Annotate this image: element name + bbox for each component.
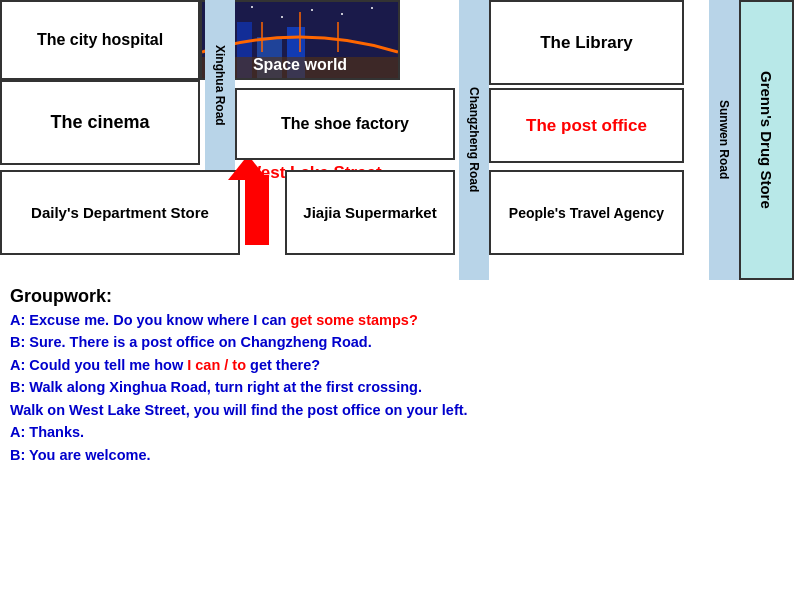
svg-point-4 bbox=[311, 9, 313, 11]
shoe-factory-label: The shoe factory bbox=[281, 115, 409, 133]
jiajia-supermarket-building: Jiajia Supermarket bbox=[285, 170, 455, 255]
xinghua-road-label: Xinghua Road bbox=[205, 0, 235, 170]
changzheng-road-label: Changzheng Road bbox=[459, 0, 489, 280]
shoe-factory-building: The shoe factory bbox=[235, 88, 455, 160]
map-area: The city hospital The cinema Daily's Dep… bbox=[0, 0, 794, 280]
svg-point-5 bbox=[341, 13, 343, 15]
sunwen-road-label: Sunwen Road bbox=[709, 0, 739, 280]
city-hospital-building: The city hospital bbox=[0, 0, 200, 80]
drug-store-building: Grenn's Drug Store bbox=[739, 0, 794, 280]
highlight-stamps: get some stamps? bbox=[290, 312, 417, 328]
dialogue-line-5: Walk on West Lake Street, you will find … bbox=[10, 399, 784, 421]
dialogue-section: Groupwork: A: Excuse me. Do you know whe… bbox=[0, 280, 794, 472]
svg-point-3 bbox=[281, 16, 283, 18]
highlight-can-to: I can / to bbox=[187, 357, 246, 373]
svg-point-6 bbox=[371, 7, 373, 9]
dialogue-line-4: B: Walk along Xinghua Road, turn right a… bbox=[10, 376, 784, 398]
space-world-label: Space world bbox=[253, 56, 347, 78]
dialogue-line-3: A: Could you tell me how I can / to get … bbox=[10, 354, 784, 376]
daily-department-label: Daily's Department Store bbox=[31, 204, 209, 221]
dialogue-line-2: B: Sure. There is a post office on Chang… bbox=[10, 331, 784, 353]
drug-store-label: Grenn's Drug Store bbox=[758, 71, 775, 209]
library-building: The Library bbox=[489, 0, 684, 85]
cinema-label: The cinema bbox=[50, 112, 149, 133]
daily-department-building: Daily's Department Store bbox=[0, 170, 240, 255]
groupwork-title: Groupwork: bbox=[10, 286, 784, 307]
arrow-shaft bbox=[245, 175, 269, 245]
dialogue-line-6: A: Thanks. bbox=[10, 421, 784, 443]
svg-point-2 bbox=[251, 6, 253, 8]
city-hospital-label: The city hospital bbox=[37, 31, 163, 49]
post-office-label: The post office bbox=[526, 116, 647, 136]
dialogue-line-1: A: Excuse me. Do you know where I can ge… bbox=[10, 309, 784, 331]
dialogue-line-7: B: You are welcome. bbox=[10, 444, 784, 466]
library-label: The Library bbox=[540, 33, 633, 53]
peoples-travel-building: People's Travel Agency bbox=[489, 170, 684, 255]
peoples-travel-label: People's Travel Agency bbox=[509, 205, 664, 221]
cinema-building: The cinema bbox=[0, 80, 200, 165]
post-office-building: The post office bbox=[489, 88, 684, 163]
jiajia-supermarket-label: Jiajia Supermarket bbox=[303, 204, 436, 221]
